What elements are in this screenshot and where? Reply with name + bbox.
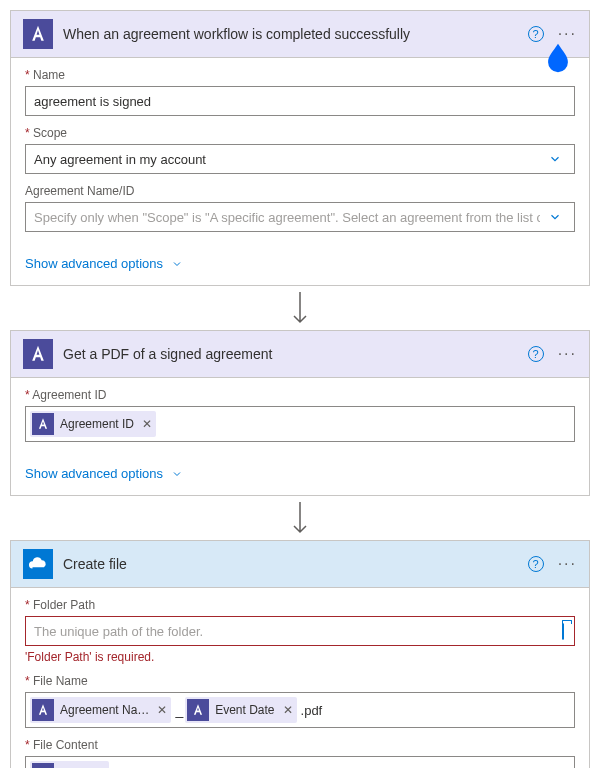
- token-remove-icon[interactable]: ✕: [157, 703, 167, 717]
- file-content-input[interactable]: Body ✕: [25, 756, 575, 768]
- adobe-sign-icon: [187, 699, 209, 721]
- file-name-input[interactable]: Agreement Na… ✕ _ Event Date ✕ .pdf: [25, 692, 575, 728]
- help-icon[interactable]: ?: [528, 346, 544, 362]
- create-file-card: Create file ? ··· Folder Path The unique…: [10, 540, 590, 768]
- token-event-date[interactable]: Event Date ✕: [185, 697, 296, 723]
- create-file-header[interactable]: Create file ? ···: [11, 541, 589, 588]
- agreement-id-label: Agreement ID: [25, 388, 575, 402]
- file-name-label: File Name: [25, 674, 575, 688]
- token-agreement-id[interactable]: Agreement ID ✕: [30, 411, 156, 437]
- adobe-sign-icon: [32, 699, 54, 721]
- token-agreement-name[interactable]: Agreement Na… ✕: [30, 697, 171, 723]
- folder-path-label: Folder Path: [25, 598, 575, 612]
- show-advanced-link[interactable]: Show advanced options: [11, 246, 197, 285]
- get-pdf-title: Get a PDF of a signed agreement: [63, 346, 528, 362]
- more-menu-icon[interactable]: ···: [558, 556, 577, 572]
- connector-drop-icon: [541, 41, 575, 75]
- get-pdf-card: Get a PDF of a signed agreement ? ··· Ag…: [10, 330, 590, 496]
- separator-text: _: [175, 702, 183, 718]
- get-pdf-header[interactable]: Get a PDF of a signed agreement ? ···: [11, 331, 589, 378]
- folder-path-error: 'Folder Path' is required.: [25, 650, 575, 664]
- help-icon[interactable]: ?: [528, 26, 544, 42]
- adobe-sign-icon: [32, 413, 54, 435]
- create-file-title: Create file: [63, 556, 528, 572]
- trigger-header[interactable]: When an agreement workflow is completed …: [11, 11, 589, 58]
- token-remove-icon[interactable]: ✕: [283, 703, 293, 717]
- scope-select[interactable]: Any agreement in my account: [25, 144, 575, 174]
- file-content-label: File Content: [25, 738, 575, 752]
- token-body[interactable]: Body ✕: [30, 761, 109, 768]
- help-icon[interactable]: ?: [528, 556, 544, 572]
- flow-arrow: [10, 496, 590, 540]
- name-input[interactable]: agreement is signed: [25, 86, 575, 116]
- agreement-id-input[interactable]: Agreement ID ✕: [25, 406, 575, 442]
- filename-suffix: .pdf: [301, 703, 323, 718]
- token-remove-icon[interactable]: ✕: [142, 417, 152, 431]
- folder-path-input[interactable]: The unique path of the folder.: [25, 616, 575, 646]
- agreement-label: Agreement Name/ID: [25, 184, 575, 198]
- scope-label: Scope: [25, 126, 575, 140]
- trigger-title: When an agreement workflow is completed …: [63, 26, 528, 42]
- chevron-down-icon: [540, 152, 566, 166]
- more-menu-icon[interactable]: ···: [558, 346, 577, 362]
- adobe-sign-icon: [23, 19, 53, 49]
- trigger-card: When an agreement workflow is completed …: [10, 10, 590, 286]
- name-label: Name: [25, 68, 575, 82]
- more-menu-icon[interactable]: ···: [558, 26, 577, 42]
- agreement-select[interactable]: Specify only when "Scope" is "A specific…: [25, 202, 575, 232]
- folder-picker-icon[interactable]: [560, 624, 566, 639]
- adobe-sign-icon: [23, 339, 53, 369]
- chevron-down-icon: [540, 210, 566, 224]
- flow-arrow: [10, 286, 590, 330]
- show-advanced-link[interactable]: Show advanced options: [11, 456, 197, 495]
- onedrive-icon: [23, 549, 53, 579]
- adobe-sign-icon: [32, 763, 54, 768]
